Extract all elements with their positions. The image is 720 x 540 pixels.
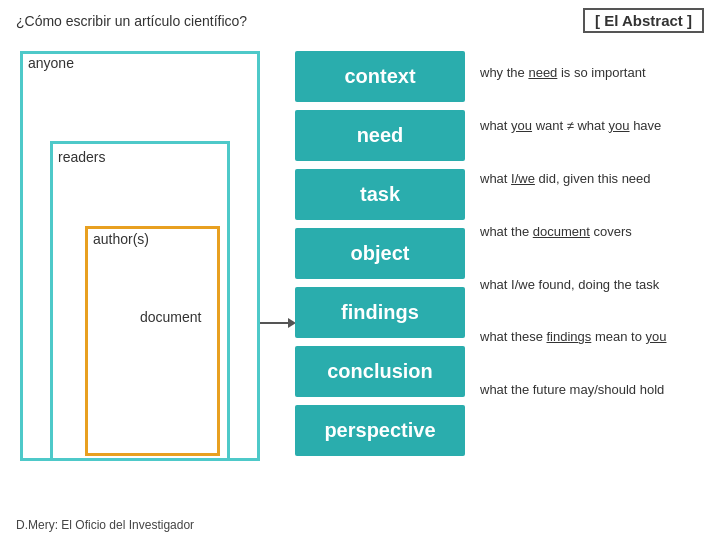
findings-button[interactable]: findings (295, 287, 465, 338)
anyone-label: anyone (28, 55, 74, 71)
readers-label: readers (58, 149, 105, 165)
perspective-button[interactable]: perspective (295, 405, 465, 456)
buttons-column: context need task object findings conclu… (295, 51, 465, 456)
descriptions-column: why the need is so important what you wa… (480, 51, 700, 413)
desc-findings: what I/we found, doing the task (480, 263, 700, 308)
desc-conclusion: what these findings mean to you (480, 315, 700, 360)
footer-text: D.Mery: El Oficio del Investigador (16, 518, 194, 532)
document-label: document (140, 309, 201, 325)
abstract-badge: [ El Abstract ] (583, 8, 704, 33)
authors-box (85, 226, 220, 456)
desc-context: why the need is so important (480, 51, 700, 96)
desc-need: what you want ≠ what you have (480, 104, 700, 149)
document-arrow (260, 322, 290, 324)
object-button[interactable]: object (295, 228, 465, 279)
authors-label: author(s) (93, 231, 149, 247)
task-button[interactable]: task (295, 169, 465, 220)
need-button[interactable]: need (295, 110, 465, 161)
context-button[interactable]: context (295, 51, 465, 102)
conclusion-button[interactable]: conclusion (295, 346, 465, 397)
desc-task: what I/we did, given this need (480, 157, 700, 202)
page-title: ¿Cómo escribir un artículo científico? (16, 13, 247, 29)
desc-perspective: what the future may/should hold (480, 368, 700, 413)
desc-object: what the document covers (480, 210, 700, 255)
